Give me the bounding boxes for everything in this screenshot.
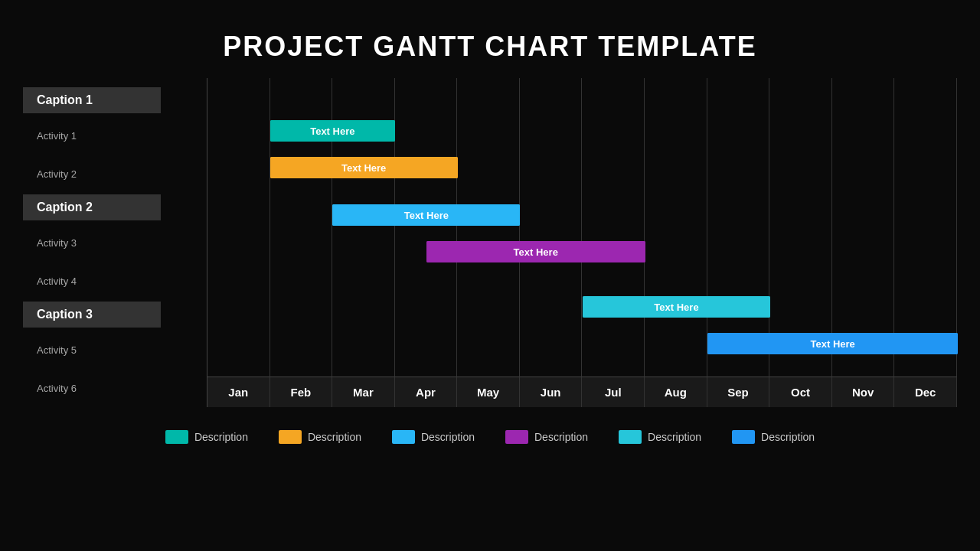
legend-item-l2: Description bbox=[279, 430, 361, 444]
activity6-row: Activity 6 bbox=[23, 369, 207, 407]
activity4-row: Activity 4 bbox=[23, 262, 207, 300]
chart-container: Caption 1 Activity 1 Activity 2 Caption … bbox=[0, 78, 980, 407]
activity2-label: Activity 2 bbox=[23, 159, 90, 188]
month-row: JanFebMarAprMayJunJulAugSepOctNovDec bbox=[207, 377, 957, 407]
legend-color-l4 bbox=[505, 430, 528, 444]
gantt-bar-bar1: Text Here bbox=[270, 120, 395, 142]
activity4-label: Activity 4 bbox=[23, 266, 90, 295]
gantt-bar-bar4: Text Here bbox=[426, 241, 645, 262]
gantt-bar-bar6: Text Here bbox=[707, 333, 958, 354]
legend-item-l6: Description bbox=[732, 430, 815, 444]
caption2-box: Caption 2 bbox=[23, 194, 161, 220]
caption1-row: Caption 1 bbox=[23, 86, 207, 116]
activity6-label: Activity 6 bbox=[23, 373, 90, 403]
legend-item-l3: Description bbox=[392, 430, 475, 444]
caption3-row: Caption 3 bbox=[23, 300, 207, 331]
month-label-apr: Apr bbox=[395, 377, 458, 407]
month-label-dec: Dec bbox=[894, 377, 957, 407]
month-label-oct: Oct bbox=[769, 377, 832, 407]
month-label-feb: Feb bbox=[270, 377, 333, 407]
activity5-label: Activity 5 bbox=[23, 335, 90, 364]
page-title: PROJECT GANTT CHART TEMPLATE bbox=[0, 0, 980, 63]
gantt-bar-bar2: Text Here bbox=[270, 157, 458, 178]
legend-item-l5: Description bbox=[619, 430, 701, 444]
activity3-row: Activity 3 bbox=[23, 223, 207, 262]
legend-color-l2 bbox=[279, 430, 302, 444]
activity1-row: Activity 1 bbox=[23, 116, 207, 155]
activity2-row: Activity 2 bbox=[23, 155, 207, 193]
gantt-bar-bar3: Text Here bbox=[332, 204, 520, 226]
caption2-row: Caption 2 bbox=[23, 193, 207, 223]
legend-color-l6 bbox=[732, 430, 755, 444]
legend-color-l5 bbox=[619, 430, 642, 444]
month-label-sep: Sep bbox=[707, 377, 770, 407]
sidebar: Caption 1 Activity 1 Activity 2 Caption … bbox=[23, 78, 207, 407]
legend-item-l4: Description bbox=[505, 430, 588, 444]
legend-label-l4: Description bbox=[534, 431, 588, 443]
legend-item-l1: Description bbox=[165, 430, 248, 444]
legend-label-l6: Description bbox=[761, 431, 815, 443]
activity5-row: Activity 5 bbox=[23, 331, 207, 369]
legend-color-l1 bbox=[165, 430, 188, 444]
legend: DescriptionDescriptionDescriptionDescrip… bbox=[0, 415, 980, 459]
bars-container: Text HereText HereText HereText HereText… bbox=[207, 78, 957, 377]
month-label-mar: Mar bbox=[332, 377, 395, 407]
activity3-label: Activity 3 bbox=[23, 228, 90, 257]
month-label-jun: Jun bbox=[520, 377, 583, 407]
month-label-jan: Jan bbox=[207, 377, 270, 407]
month-label-may: May bbox=[457, 377, 520, 407]
legend-label-l2: Description bbox=[308, 431, 361, 443]
caption3-box: Caption 3 bbox=[23, 302, 161, 328]
legend-label-l1: Description bbox=[194, 431, 248, 443]
gantt-bar-bar5: Text Here bbox=[583, 296, 770, 318]
legend-color-l3 bbox=[392, 430, 415, 444]
gantt-area: Text HereText HereText HereText HereText… bbox=[207, 78, 957, 407]
month-label-nov: Nov bbox=[832, 377, 895, 407]
legend-label-l3: Description bbox=[421, 431, 475, 443]
month-label-jul: Jul bbox=[582, 377, 645, 407]
month-label-aug: Aug bbox=[645, 377, 707, 407]
activity1-label: Activity 1 bbox=[23, 121, 90, 150]
caption1-box: Caption 1 bbox=[23, 87, 161, 113]
legend-label-l5: Description bbox=[648, 431, 701, 443]
